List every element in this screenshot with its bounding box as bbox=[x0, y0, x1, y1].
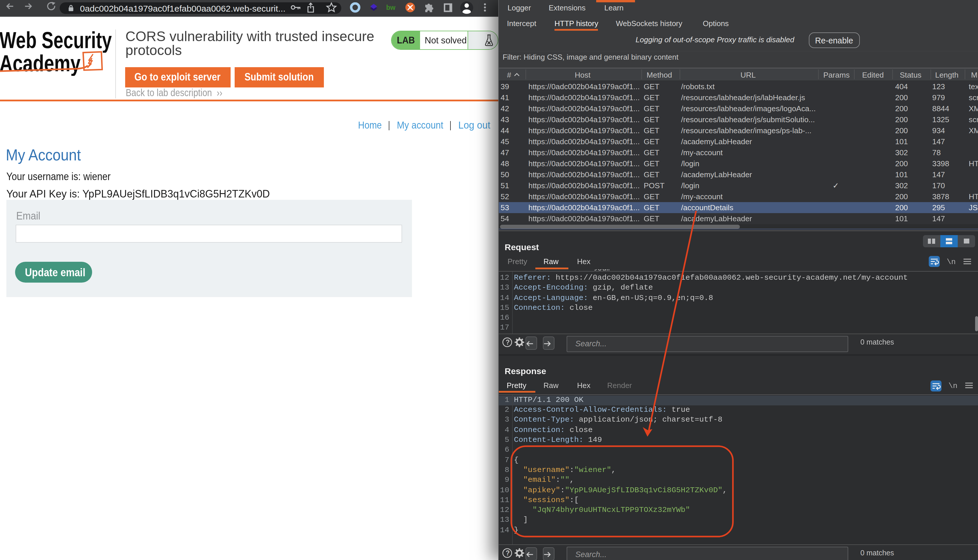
svg-text:?: ? bbox=[506, 338, 509, 346]
svg-text:?: ? bbox=[506, 549, 509, 557]
svg-text:bw: bw bbox=[386, 4, 396, 11]
